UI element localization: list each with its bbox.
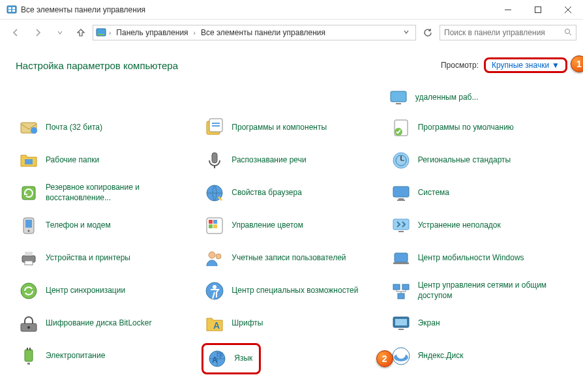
item-label: Устройства и принтеры [46, 253, 130, 264]
cp-item-browser[interactable]: Свойства браузера [202, 180, 381, 206]
svg-rect-62 [395, 253, 408, 262]
cp-item-fonts[interactable]: AШрифты [202, 310, 381, 337]
yandex-icon [391, 346, 411, 367]
cp-item-folder[interactable]: Рабочие папки [16, 147, 195, 173]
search-input[interactable] [444, 28, 560, 37]
annotation-callout-2: 2 [376, 350, 393, 367]
item-label: Шрифты [232, 318, 263, 329]
svg-rect-3 [8, 10, 11, 12]
chevron-right-icon[interactable]: › [194, 29, 196, 37]
display-icon [391, 313, 411, 334]
svg-rect-68 [395, 319, 407, 325]
address-bar[interactable]: › Панель управления › Все элементы панел… [93, 25, 416, 40]
svg-rect-33 [212, 123, 220, 124]
window-title: Все элементы панели управления [21, 5, 493, 14]
cp-item-access[interactable]: Центр специальных возможностей [202, 278, 381, 304]
svg-rect-63 [393, 262, 409, 264]
cp-item-display[interactable]: Экран [388, 310, 567, 337]
cp-item-truncated[interactable]: удаленным раб... [385, 85, 567, 111]
item-label: Резервное копирование и восстановление..… [46, 183, 192, 203]
item-label: Учетные записи пользователей [232, 253, 346, 264]
svg-point-43 [209, 252, 215, 258]
titlebar: Все элементы панели управления [0, 0, 583, 20]
svg-rect-23 [25, 252, 33, 256]
svg-rect-39 [209, 220, 213, 224]
access-icon [204, 280, 225, 301]
color-icon [204, 215, 225, 236]
cp-item-printer[interactable]: Устройства и принтеры [16, 245, 195, 271]
cp-item-power[interactable]: Электропитание [16, 343, 195, 369]
network-icon [391, 280, 411, 301]
svg-text:A: A [213, 320, 220, 331]
maximize-button[interactable] [523, 0, 553, 20]
content-area: Настройка параметров компьютера Просмотр… [0, 46, 583, 381]
svg-rect-64 [393, 284, 400, 290]
items-column: Программы и компонентыРаспознавание речи… [202, 115, 381, 374]
cp-item-sync[interactable]: Центр синхронизации [16, 278, 195, 304]
items-area: удаленным раб... Почта (32 бита)Рабочие … [16, 85, 567, 374]
close-button[interactable] [553, 0, 583, 20]
svg-rect-4 [12, 10, 15, 12]
forward-button[interactable] [29, 23, 47, 42]
cp-item-speech[interactable]: Распознавание речи [202, 147, 381, 173]
svg-rect-0 [7, 6, 16, 13]
region-icon [391, 150, 411, 171]
svg-rect-2 [12, 7, 15, 9]
svg-rect-10 [98, 34, 104, 35]
view-selector[interactable]: Крупные значки ▼ [490, 61, 561, 70]
cp-item-language[interactable]: A字Язык [204, 346, 255, 372]
up-button[interactable] [73, 25, 89, 40]
view-value: Крупные значки [492, 61, 549, 70]
cp-item-mail[interactable]: Почта (32 бита) [16, 115, 195, 141]
cp-item-color[interactable]: Управление цветом [202, 213, 381, 239]
item-label: Свойства браузера [232, 188, 302, 198]
item-label: Центр специальных возможностей [232, 286, 358, 296]
svg-rect-1 [8, 7, 11, 9]
cp-item-lock[interactable]: Шифрование диска BitLocker [16, 310, 195, 337]
svg-rect-65 [402, 284, 409, 290]
cp-item-system[interactable]: Система [388, 180, 567, 206]
item-label: Система [418, 188, 449, 198]
cp-item-network[interactable]: Центр управления сетями и общим доступом [388, 278, 567, 304]
mobility-icon [391, 248, 411, 269]
cp-item-users[interactable]: Учетные записи пользователей [202, 245, 381, 271]
breadcrumb-current[interactable]: Все элементы панели управления [198, 27, 328, 38]
svg-rect-60 [393, 219, 409, 230]
svg-rect-61 [398, 231, 404, 232]
mail-icon [18, 117, 39, 138]
svg-rect-58 [398, 198, 404, 200]
cp-item-programs[interactable]: Программы и компоненты [202, 115, 381, 141]
annotation-callout-1: 1 [571, 55, 583, 72]
defaults-icon [391, 117, 411, 138]
cp-item-region[interactable]: Региональные стандарты [388, 147, 567, 173]
svg-point-11 [565, 29, 570, 33]
language-icon: A字 [207, 348, 228, 369]
cp-item-defaults[interactable]: Программы по умолчанию [388, 115, 567, 141]
back-button[interactable] [7, 23, 25, 42]
svg-point-16 [31, 127, 37, 134]
item-label: Программы и компоненты [232, 123, 327, 133]
svg-rect-57 [393, 187, 409, 197]
chevron-right-icon[interactable]: › [109, 29, 111, 37]
svg-rect-30 [29, 348, 31, 350]
recent-dropdown[interactable] [51, 23, 69, 42]
item-label: Центр управления сетями и общим доступом [418, 280, 565, 301]
cp-item-yandex[interactable]: Яндекс.Диск [388, 343, 567, 369]
search-box[interactable] [440, 25, 576, 40]
refresh-button[interactable] [420, 25, 436, 40]
svg-rect-40 [213, 220, 217, 224]
svg-point-45 [206, 282, 223, 299]
cp-item-backup[interactable]: Резервное копирование и восстановление..… [16, 180, 195, 206]
address-dropdown[interactable] [400, 28, 413, 37]
cp-item-mobility[interactable]: Центр мобильности Windows [388, 245, 567, 271]
item-label: Язык [234, 354, 252, 364]
power-icon [18, 346, 39, 367]
cp-item-phone[interactable]: Телефон и модем [16, 213, 195, 239]
cp-item-troubleshoot[interactable]: Устранение неполадок [388, 213, 567, 239]
item-label: удаленным раб... [415, 93, 479, 103]
view-label: Просмотр: [441, 61, 479, 70]
breadcrumb-root[interactable]: Панель управления [113, 27, 190, 38]
view-selector-area: Просмотр: Крупные значки ▼ 1 [441, 57, 567, 73]
svg-rect-17 [25, 159, 33, 164]
minimize-button[interactable] [493, 0, 523, 20]
